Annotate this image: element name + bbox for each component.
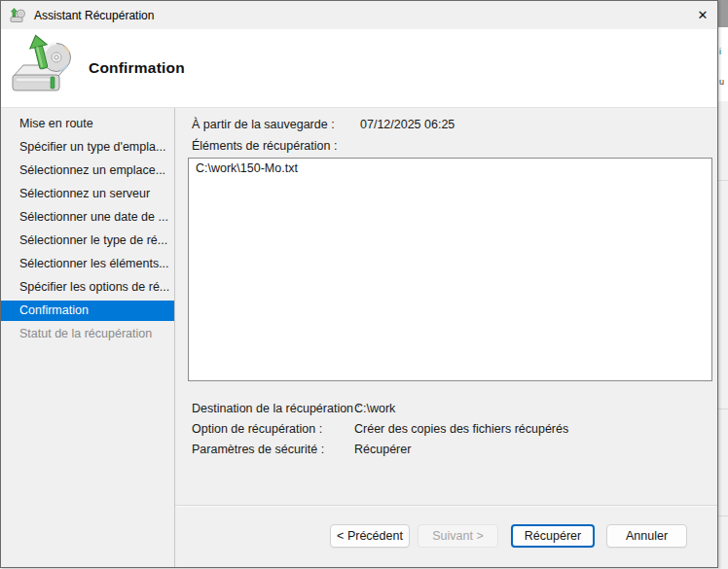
security-settings-value: Récupérer [354,443,411,456]
close-button[interactable]: ✕ [691,4,714,26]
close-icon: ✕ [698,8,709,22]
background-window: i u [718,0,728,569]
sidebar-item-confirmation[interactable]: Confirmation [1,301,174,321]
recover-button[interactable]: Récupérer [511,524,595,548]
sidebar-item-mise-en-route[interactable]: Mise en route [1,114,174,134]
sidebar-item-type-emplacement[interactable]: Spécifier un type d'empla... [1,137,174,158]
background-window-body [718,101,728,569]
wizard-body: Mise en route Spécifier un type d'empla.… [1,108,717,567]
background-text-fragment: u [719,78,724,87]
recovery-items-label: Éléments de récupération : [192,139,337,153]
sidebar-item-options[interactable]: Spécifier les options de ré... [1,277,174,298]
page-title: Confirmation [89,59,185,77]
wizard-steps-sidebar: Mise en route Spécifier un type d'empla.… [1,108,175,567]
sidebar-item-serveur[interactable]: Sélectionnez un serveur [1,184,174,204]
destination-label: Destination de la récupération : [192,402,360,415]
desktop: i u Assistant Récupération ✕ [0,0,728,569]
wizard-content: À partir de la sauvegarde : 07/12/2025 0… [175,108,717,567]
backup-date-value: 07/12/2025 06:25 [360,118,455,131]
sidebar-item-emplacement[interactable]: Sélectionnez un emplace... [1,160,174,181]
background-divider [718,409,728,409]
backup-date-label: À partir de la sauvegarde : [192,118,335,131]
cancel-button[interactable]: Annuler [606,524,687,548]
destination-value: C:\work [354,402,395,415]
recovery-wizard-dialog: Assistant Récupération ✕ [0,0,718,568]
background-divider [718,180,728,181]
sidebar-item-date[interactable]: Sélectionner une date de ... [1,207,174,228]
sidebar-item-type-recuperation[interactable]: Sélectionner le type de ré... [1,231,174,251]
list-item[interactable]: C:\work\150-Mo.txt [189,159,711,176]
background-divider [718,516,728,516]
previous-button[interactable]: < Précédent [330,524,410,548]
recovery-items-list[interactable]: C:\work\150-Mo.txt [188,158,712,381]
recovery-option-label: Option de récupération : [192,422,322,436]
security-settings-label: Paramètres de sécurité : [192,443,324,456]
wizard-header: Confirmation [1,29,717,108]
footer-divider [175,505,717,506]
window-title: Assistant Récupération [34,9,154,22]
drive-restore-large-icon [8,33,78,99]
background-window-titlebar [718,0,728,27]
next-button: Suivant > [418,524,498,548]
titlebar[interactable]: Assistant Récupération ✕ [1,1,717,29]
recovery-option-value: Créer des copies des fichiers récupérés [354,422,568,436]
drive-restore-icon [10,8,25,23]
background-text-fragment: i [719,48,721,56]
sidebar-item-statut: Statut de la récupération [1,324,174,344]
sidebar-item-elements[interactable]: Sélectionner les éléments... [1,254,174,274]
